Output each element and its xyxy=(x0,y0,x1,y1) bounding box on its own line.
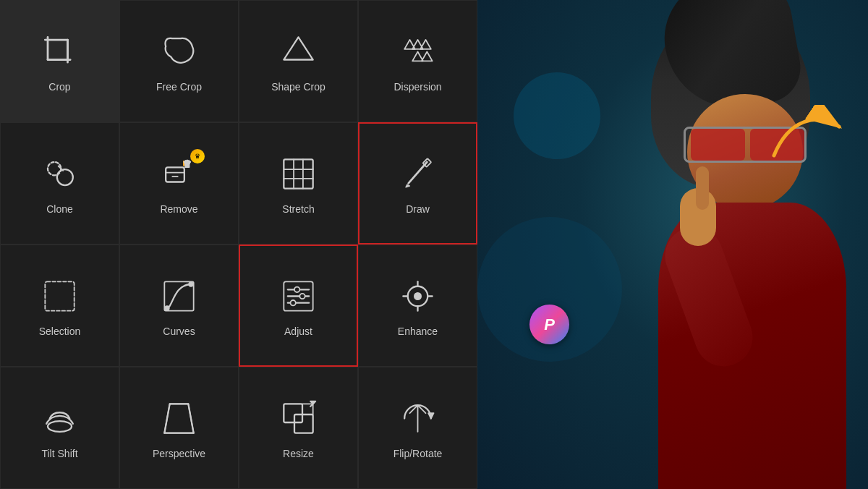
svg-point-39 xyxy=(48,421,72,432)
tool-selection[interactable]: Selection xyxy=(0,244,119,367)
svg-rect-11 xyxy=(166,167,184,182)
tool-perspective[interactable]: Perspective xyxy=(119,367,239,489)
svg-marker-51 xyxy=(428,413,433,418)
perspective-label: Perspective xyxy=(153,448,205,459)
stretch-icon xyxy=(277,153,320,196)
shape-crop-label: Shape Crop xyxy=(271,81,326,93)
svg-line-42 xyxy=(164,404,169,433)
dispersion-icon xyxy=(396,30,440,74)
selection-label: Selection xyxy=(39,326,81,337)
svg-rect-22 xyxy=(45,281,74,310)
svg-rect-46 xyxy=(294,414,313,433)
arrow-svg xyxy=(760,105,854,170)
svg-point-34 xyxy=(414,293,421,299)
stretch-label: Stretch xyxy=(282,203,314,215)
free-crop-label: Free Crop xyxy=(156,81,202,93)
svg-point-24 xyxy=(165,306,169,310)
crop-label: Crop xyxy=(48,81,70,93)
draw-icon xyxy=(396,153,440,196)
curves-label: Curves xyxy=(163,326,195,337)
svg-line-43 xyxy=(188,404,193,433)
curves-icon xyxy=(158,275,201,318)
tool-draw[interactable]: Draw xyxy=(358,122,477,244)
svg-marker-7 xyxy=(422,52,433,61)
perspective-icon xyxy=(158,397,201,441)
tilt-shift-label: Tilt Shift xyxy=(41,448,77,459)
picsart-logo-text: P xyxy=(544,315,555,334)
free-crop-icon xyxy=(158,30,201,74)
flip-rotate-icon xyxy=(396,397,440,441)
svg-point-25 xyxy=(189,282,193,286)
tool-enhance[interactable]: Enhance xyxy=(358,244,477,367)
tool-stretch[interactable]: Stretch xyxy=(239,122,358,244)
svg-point-30 xyxy=(294,287,299,292)
tool-flip-rotate[interactable]: Flip/Rotate xyxy=(358,367,477,489)
draw-label: Draw xyxy=(406,203,430,215)
tilt-shift-icon xyxy=(38,397,82,441)
remove-icon: ♛ ♛ xyxy=(158,153,201,196)
tool-clone[interactable]: Clone xyxy=(0,122,119,244)
crop-icon xyxy=(38,30,82,74)
clone-icon xyxy=(38,153,82,196)
clone-label: Clone xyxy=(46,203,73,215)
adjust-label: Adjust xyxy=(284,326,312,337)
person-finger xyxy=(696,166,709,210)
tools-panel: Crop Free Crop Shape Crop Disper xyxy=(0,0,477,489)
tool-crop[interactable]: Crop xyxy=(0,0,119,122)
resize-icon xyxy=(277,397,320,441)
svg-point-32 xyxy=(291,300,296,305)
tool-free-crop[interactable]: Free Crop xyxy=(119,0,239,122)
selection-icon xyxy=(38,275,82,318)
photo-panel: P xyxy=(477,0,868,489)
tool-curves[interactable]: Curves xyxy=(119,244,239,367)
tool-dispersion[interactable]: Dispersion xyxy=(358,0,477,122)
tool-adjust[interactable]: Adjust xyxy=(239,244,358,367)
svg-rect-45 xyxy=(284,404,302,422)
svg-point-31 xyxy=(299,294,305,299)
picsart-logo: P xyxy=(529,305,569,344)
arrow-container xyxy=(760,105,854,173)
enhance-label: Enhance xyxy=(398,326,438,337)
svg-marker-6 xyxy=(412,52,423,61)
dispersion-label: Dispersion xyxy=(393,81,441,93)
svg-rect-15 xyxy=(284,159,312,188)
person-container xyxy=(521,0,868,489)
sunglasses-right xyxy=(691,129,745,161)
svg-point-9 xyxy=(57,169,73,185)
enhance-icon xyxy=(396,275,440,318)
background-image: P xyxy=(477,0,868,489)
tool-shape-crop[interactable]: Shape Crop xyxy=(239,0,358,122)
resize-label: Resize xyxy=(283,448,314,459)
svg-text:♛: ♛ xyxy=(183,158,192,169)
adjust-icon xyxy=(277,275,320,318)
tool-tilt-shift[interactable]: Tilt Shift xyxy=(0,367,119,489)
tool-resize[interactable]: Resize xyxy=(239,367,358,489)
shape-crop-icon xyxy=(277,30,320,74)
svg-marker-2 xyxy=(284,37,312,59)
flip-rotate-label: Flip/Rotate xyxy=(393,448,443,459)
remove-label: Remove xyxy=(160,203,197,215)
crown-badge: ♛ xyxy=(190,149,205,163)
tool-remove[interactable]: ♛ ♛ Remove xyxy=(119,122,239,244)
